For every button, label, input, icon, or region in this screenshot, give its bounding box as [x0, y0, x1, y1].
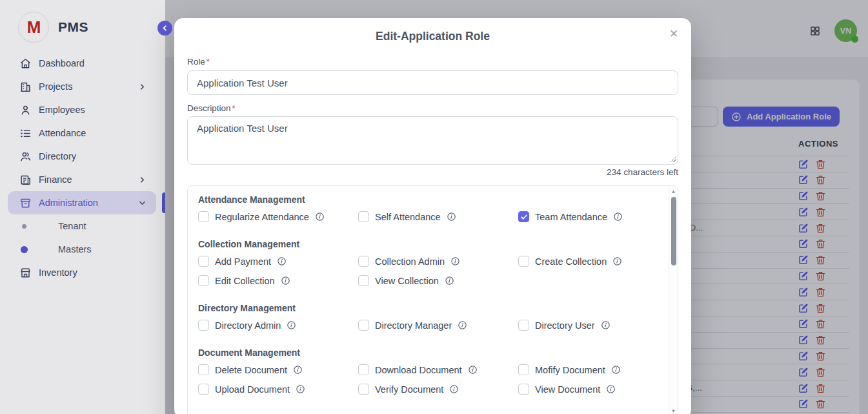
checkbox-view-collection[interactable] — [358, 275, 369, 286]
edit-icon[interactable] — [798, 191, 809, 202]
info-icon[interactable] — [276, 255, 287, 267]
permission-item-edit-collection: Edit Collection — [198, 275, 358, 286]
sidebar-item-attendance[interactable]: Attendance — [8, 121, 156, 145]
sidebar-subitem-masters[interactable]: Masters — [8, 238, 156, 261]
info-icon[interactable] — [279, 274, 291, 286]
checkbox-directory-user[interactable] — [518, 320, 529, 331]
edit-icon[interactable] — [798, 367, 809, 378]
bullet-dot-icon — [22, 224, 26, 229]
edit-icon[interactable] — [798, 174, 809, 185]
chevron-right-icon — [139, 176, 146, 183]
info-icon[interactable] — [605, 383, 617, 395]
info-icon[interactable] — [443, 274, 455, 286]
delete-icon[interactable] — [815, 303, 826, 314]
apps-grid-icon[interactable] — [809, 25, 821, 37]
section-title: Document Management — [198, 347, 661, 357]
info-icon[interactable] — [449, 383, 460, 395]
info-icon[interactable] — [445, 211, 457, 222]
chevron-down-icon — [139, 200, 146, 207]
permission-item-verify-document: Verify Document — [358, 384, 518, 395]
info-icon[interactable] — [292, 364, 303, 375]
close-icon[interactable]: ✕ — [666, 26, 681, 42]
permission-item-download-document: Download Document — [358, 364, 518, 375]
edit-icon[interactable] — [798, 303, 809, 314]
description-textarea[interactable]: Application Test User — [187, 116, 678, 165]
edit-icon[interactable] — [798, 383, 809, 394]
delete-icon[interactable] — [815, 318, 826, 329]
checkbox-download-document[interactable] — [358, 364, 369, 375]
sidebar-item-finance[interactable]: Finance — [8, 168, 156, 191]
delete-icon[interactable] — [815, 351, 826, 362]
info-icon[interactable] — [610, 364, 621, 375]
scroll-down-arrow-icon[interactable]: ▼ — [669, 408, 678, 414]
edit-icon[interactable] — [798, 223, 809, 234]
edit-icon[interactable] — [798, 318, 809, 329]
edit-icon[interactable] — [798, 287, 809, 298]
checkbox-view-document[interactable] — [518, 384, 529, 395]
delete-icon[interactable] — [815, 159, 826, 170]
info-icon[interactable] — [600, 319, 611, 331]
info-icon[interactable] — [449, 255, 461, 267]
scrollbar-thumb[interactable] — [671, 197, 676, 265]
checkbox-create-collection[interactable] — [518, 256, 529, 267]
checkbox-add-payment[interactable] — [198, 256, 209, 267]
sidebar-item-projects[interactable]: Projects — [8, 75, 156, 98]
actions-column-header: ACTIONS — [798, 139, 838, 149]
delete-icon[interactable] — [815, 191, 826, 202]
edit-icon[interactable] — [798, 335, 809, 346]
checkbox-directory-admin[interactable] — [198, 320, 209, 331]
checkbox-mofify-document[interactable] — [518, 364, 529, 375]
info-icon[interactable] — [294, 383, 306, 395]
sidebar-subitem-tenant[interactable]: Tenant — [8, 214, 156, 238]
delete-icon[interactable] — [815, 335, 826, 346]
edit-icon[interactable] — [798, 398, 809, 409]
panel-scrollbar[interactable]: ▲ ▼ — [669, 187, 677, 414]
permission-item-regularize-attendance: Regularize Attendance — [198, 211, 358, 222]
delete-icon[interactable] — [815, 383, 826, 394]
info-icon[interactable] — [314, 211, 325, 222]
edit-icon[interactable] — [798, 159, 809, 170]
sidebar-item-dashboard[interactable]: Dashboard — [8, 52, 156, 75]
permission-item-view-document: View Document — [518, 384, 678, 395]
checkbox-directory-manager[interactable] — [358, 320, 369, 331]
archive-icon — [19, 197, 32, 209]
info-icon[interactable] — [612, 255, 623, 267]
delete-icon[interactable] — [815, 174, 826, 185]
permission-item-mofify-document: Mofify Document — [518, 364, 678, 375]
checkbox-collection-admin[interactable] — [358, 256, 369, 267]
checkbox-team-attendance[interactable] — [518, 211, 529, 222]
sidebar-item-employees[interactable]: Employees — [8, 98, 156, 121]
edit-icon[interactable] — [798, 271, 809, 282]
modal-title: Edit-Application Role — [187, 30, 678, 44]
edit-icon[interactable] — [798, 238, 809, 249]
info-icon[interactable] — [457, 319, 469, 331]
delete-icon[interactable] — [815, 238, 826, 249]
user-avatar[interactable]: VN — [834, 19, 857, 42]
role-input[interactable] — [187, 70, 678, 95]
delete-icon[interactable] — [815, 271, 826, 282]
delete-icon[interactable] — [815, 367, 826, 378]
scroll-up-arrow-icon[interactable]: ▲ — [669, 188, 678, 196]
delete-icon[interactable] — [815, 254, 826, 265]
delete-icon[interactable] — [815, 207, 826, 218]
edit-icon[interactable] — [798, 207, 809, 218]
delete-icon[interactable] — [815, 398, 826, 409]
sidebar-item-directory[interactable]: Directory — [8, 145, 156, 168]
add-application-role-button[interactable]: Add Application Role — [723, 107, 840, 127]
edit-icon[interactable] — [798, 351, 809, 362]
info-icon[interactable] — [612, 211, 623, 222]
checkbox-regularize-attendance[interactable] — [198, 211, 209, 222]
checkbox-edit-collection[interactable] — [198, 275, 209, 286]
delete-icon[interactable] — [815, 223, 826, 234]
checkbox-verify-document[interactable] — [358, 384, 369, 395]
edit-icon[interactable] — [798, 254, 809, 265]
checkbox-upload-document[interactable] — [198, 384, 209, 395]
checkbox-delete-document[interactable] — [198, 364, 209, 375]
sidebar-collapse-button[interactable] — [157, 21, 172, 36]
info-icon[interactable] — [286, 319, 298, 331]
sidebar-item-administration[interactable]: Administration — [8, 191, 156, 214]
delete-icon[interactable] — [815, 287, 826, 298]
info-icon[interactable] — [467, 364, 478, 375]
checkbox-self-attendance[interactable] — [358, 211, 369, 222]
sidebar-item-inventory[interactable]: Inventory — [8, 261, 156, 284]
